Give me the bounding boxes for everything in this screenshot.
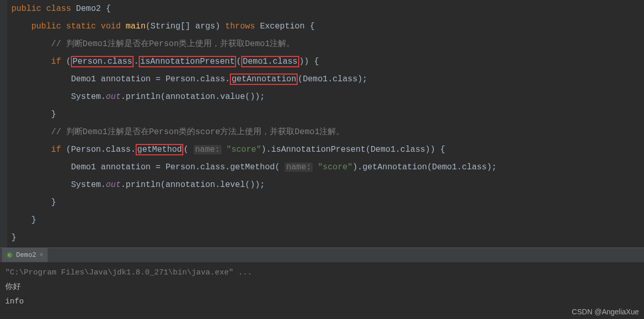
parameter-hint: name: bbox=[285, 163, 313, 172]
highlight-box: Demo1.class bbox=[241, 56, 299, 67]
close-icon[interactable]: × bbox=[39, 251, 43, 259]
editor-gutter bbox=[0, 0, 7, 248]
code-line: System.out.println(annotation.level()); bbox=[9, 176, 644, 194]
code-line: // 判断Demo1注解是否在Person类上使用，并获取Demo1注解。 bbox=[9, 35, 644, 53]
code-line: Demo1 annotation = Person.class.getAnnot… bbox=[9, 70, 644, 88]
run-tab-demo2[interactable]: C Demo2 × bbox=[2, 248, 48, 262]
run-tab-label: Demo2 bbox=[16, 251, 36, 259]
console-line: 你好 bbox=[5, 280, 639, 295]
console-command: "C:\Program Files\Java\jdk1.8.0_271\bin\… bbox=[5, 266, 639, 280]
highlight-box: Person.class bbox=[71, 56, 134, 67]
highlight-box: getAnnotation bbox=[230, 74, 298, 85]
watermark: CSDN @AngeliaXue bbox=[572, 308, 639, 316]
java-class-icon: C bbox=[6, 252, 13, 258]
code-line: if (Person.class.getMethod( name: "score… bbox=[9, 141, 644, 158]
code-line: System.out.println(annotation.value()); bbox=[9, 88, 644, 106]
code-line: // 判断Demo1注解是否在Person类的score方法上使用，并获取Dem… bbox=[9, 123, 644, 141]
svg-text:C: C bbox=[8, 253, 11, 257]
highlight-box: getMethod bbox=[136, 144, 183, 155]
highlight-box: isAnnotationPresent bbox=[139, 56, 236, 67]
code-line: } bbox=[9, 194, 644, 211]
code-line: } bbox=[9, 106, 644, 123]
console-line: info bbox=[5, 295, 639, 309]
code-line: public class Demo2 { bbox=[9, 0, 644, 18]
code-line: } bbox=[9, 229, 644, 247]
run-tab-bar: C Demo2 × bbox=[0, 248, 644, 263]
code-line: if (Person.class.isAnnotationPresent(Dem… bbox=[9, 53, 644, 70]
console-output[interactable]: "C:\Program Files\Java\jdk1.8.0_271\bin\… bbox=[0, 263, 644, 312]
parameter-hint: name: bbox=[194, 145, 222, 154]
code-line: Demo1 annotation = Person.class.getMetho… bbox=[9, 158, 644, 176]
code-line: } bbox=[9, 211, 644, 229]
code-editor[interactable]: public class Demo2 { public static void … bbox=[0, 0, 644, 248]
code-line: public static void main(String[] args) t… bbox=[9, 18, 644, 35]
console-panel: C Demo2 × "C:\Program Files\Java\jdk1.8.… bbox=[0, 248, 644, 312]
